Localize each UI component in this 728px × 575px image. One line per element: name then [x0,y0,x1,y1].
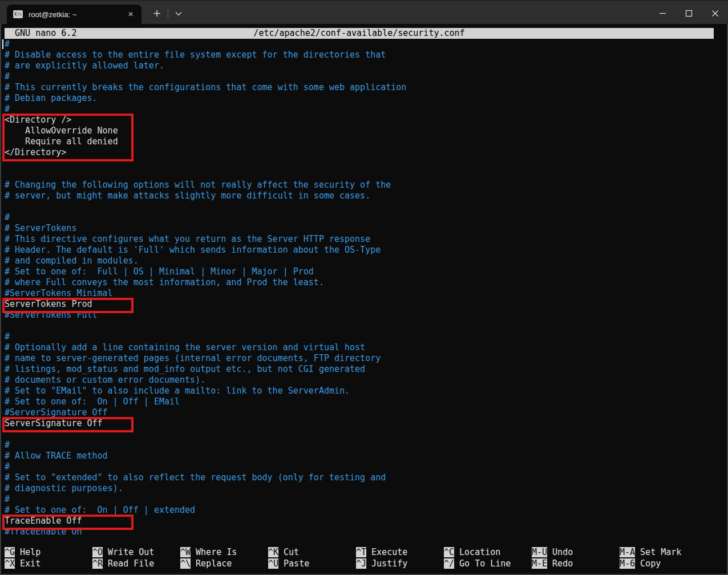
shortcut-item: M-ERedo [532,558,620,570]
shortcut-key: M-A [620,547,635,557]
editor-line: # Set to one of: On | Off | extended [5,505,727,516]
editor-line: # Header. The default is 'Full' which se… [5,245,727,256]
editor-line: # Optionally add a line containing the s… [5,342,727,353]
shortcut-column: ^CLocation^/Go To Line [444,547,532,570]
editor-line [5,169,727,180]
close-button[interactable] [702,1,728,25]
shortcut-label: Set Mark [640,547,681,557]
shortcut-key: ^K [268,547,278,557]
editor-line: # [5,440,727,451]
text-cursor [2,39,3,49]
editor-line: # are explicitly allowed later. [5,60,727,71]
shortcut-label: Paste [284,558,309,569]
editor-line: </Directory> [5,147,727,158]
shortcut-label: Location [459,547,500,557]
editor-line: ServerSignature Off [5,418,727,429]
editor-line: # listings, mod_status and mod_info outp… [5,364,727,375]
editor-line: # Allow TRACE method [5,451,727,461]
shortcut-item: ^WWhere Is [180,547,268,558]
shortcut-label: Execute [371,547,407,557]
editor-line: # [5,104,727,115]
tabbar-divider [168,9,168,18]
editor-line [5,429,727,440]
terminal-screen[interactable]: GNU nano 6.2 /etc/apache2/conf-available… [1,24,727,574]
shortcut-item: ^OWrite Out [92,547,180,558]
tab-title: root@zetkia: ~ [29,10,124,19]
tab-dropdown-button[interactable] [171,5,187,22]
tab-close-icon[interactable]: ✕ [124,8,137,21]
editor-line: # [5,494,727,505]
shortcut-label: Copy [640,558,661,569]
editor-line: AllowOverride None [5,125,727,136]
shortcut-column: ^TExecute^JJustify [356,547,444,570]
editor-line: Require all denied [5,136,727,147]
shortcut-item: ^UPaste [268,558,356,570]
shortcut-label: Where Is [196,547,237,557]
editor-line: # [5,461,727,472]
editor-line [5,201,727,212]
shortcut-column: ^KCut^UPaste [268,547,356,570]
editor-line: # Set to one of: On | Off | EMail [5,396,727,407]
shortcut-key: ^R [92,558,103,569]
editor-line: # [5,212,727,223]
new-tab-button[interactable]: + [148,5,165,22]
editor-line: # name to server-generated pages (intern… [5,353,727,364]
shortcut-item: ^XExit [5,558,92,570]
editor-line: # and compiled in modules. [5,256,727,266]
editor-line: # Changing the following options will no… [5,180,727,191]
shortcut-key: ^C [444,547,454,557]
editor-line: # Debian packages. [5,93,727,104]
minimize-icon [659,10,666,17]
editor-line: # [5,39,727,50]
shortcut-key: ^U [268,558,278,569]
shortcut-key: ^X [5,558,15,569]
shortcut-item: M-ASet Mark [620,547,707,558]
editor-line: # This currently breaks the configuratio… [5,82,727,93]
maximize-button[interactable] [676,1,702,25]
nano-shortcut-bar: ^GHelp^XExit^OWrite Out^RRead File^WWher… [5,547,707,570]
minimize-button[interactable] [649,1,676,25]
shortcut-item: ^JJustify [356,558,444,570]
nano-file-path: /etc/apache2/conf-available/security.con… [5,28,714,39]
close-icon [711,10,719,17]
shortcut-column: M-UUndoM-ERedo [532,547,620,570]
shortcut-key: ^O [92,547,103,557]
shortcut-label: Exit [20,558,41,569]
shortcut-item: ^RRead File [92,558,180,570]
shortcut-key: M-U [532,547,547,557]
editor-line: TraceEnable Off [5,516,727,527]
shortcut-item: ^KCut [268,547,356,558]
maximize-icon [685,10,693,17]
shortcut-item: M-UUndo [532,547,620,558]
editor-line: # Set to "extended" to also reflect the … [5,472,727,483]
shortcut-label: Justify [371,558,407,569]
terminal-window: C:\ root@zetkia: ~ ✕ + [0,0,728,575]
shortcut-label: Write Out [108,547,154,557]
shortcut-label: Cut [284,547,299,557]
editor-content[interactable]: ## Disable access to the entire file sys… [5,39,727,537]
terminal-tab[interactable]: C:\ root@zetkia: ~ ✕ [7,5,141,24]
shortcut-column: ^OWrite Out^RRead File [92,547,180,570]
shortcut-key: ^G [5,547,15,557]
shortcut-label: Undo [552,547,573,557]
editor-line [5,158,727,169]
shortcut-key: ^\ [180,558,191,569]
shortcut-key: ^/ [444,558,454,569]
editor-line: # diagnostic purposes). [5,483,727,494]
editor-line: #ServerSignature Off [5,407,727,418]
editor-line: # ServerTokens [5,223,727,234]
cmd-prompt-icon: C:\ [13,10,23,18]
editor-line [5,321,727,331]
shortcut-label: Redo [552,558,573,569]
editor-line: #TraceEnable On [5,527,727,537]
shortcut-key: ^J [356,558,366,569]
nano-titlebar: GNU nano 6.2 /etc/apache2/conf-available… [5,28,714,39]
shortcut-item: ^/Go To Line [444,558,532,570]
shortcut-item: ^GHelp [5,547,92,558]
shortcut-label: Help [20,547,41,557]
shortcut-column: ^GHelp^XExit [5,547,92,570]
editor-line: # Disable access to the entire file syst… [5,50,727,60]
editor-line: #ServerTokens Minimal [5,288,727,299]
window-controls [649,1,728,24]
shortcut-column: ^WWhere Is^\Replace [180,547,268,570]
